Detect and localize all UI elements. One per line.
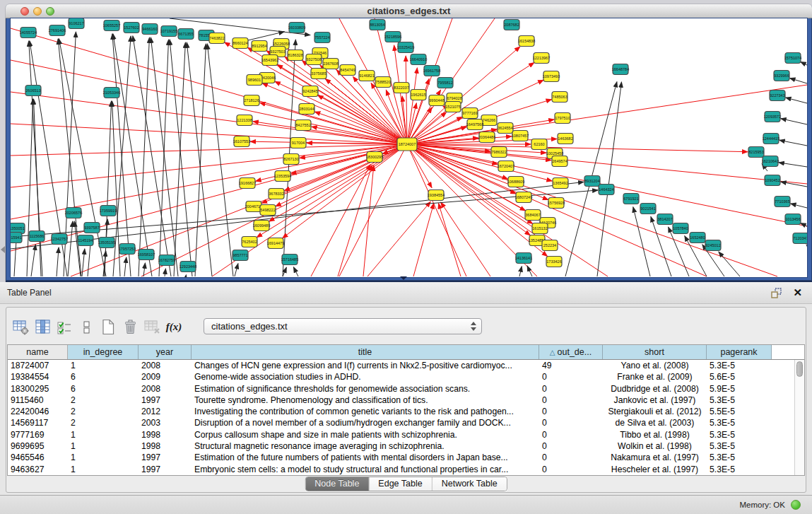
- table-row[interactable]: 946554611997Estimation of the future num…: [8, 452, 804, 463]
- table-row[interactable]: 1872400712008Changes of HCN gene express…: [8, 360, 804, 371]
- table-row[interactable]: 1456911722003Disruption of a novel membe…: [8, 417, 804, 428]
- graph-node-label: 10325419: [397, 45, 414, 49]
- graph-edge: [669, 227, 689, 276]
- table-cell: Corpus callosum shape and size in male p…: [192, 429, 539, 440]
- graph-node-label: 917004: [292, 141, 305, 145]
- table-cell: 5.3E-5: [707, 440, 772, 452]
- sort-ascending-icon: △: [550, 349, 555, 356]
- graph-node-label: 9857771: [233, 253, 247, 257]
- graph-node-label: 14136141: [515, 256, 532, 260]
- table-row[interactable]: 977716911998Corpus callosum shape and si…: [8, 429, 804, 440]
- graph-node-label: 8454749: [340, 68, 355, 72]
- table-body: 1872400712008Changes of HCN gene express…: [8, 360, 804, 475]
- table-cell: 0: [539, 440, 603, 452]
- network-canvas[interactable]: 1872400714055724276914069106217106552571…: [11, 18, 807, 277]
- graph-node-label: 2087682: [504, 23, 519, 27]
- graph-node-label: 9397587: [84, 226, 99, 230]
- table-cell: 5.5E-5: [707, 406, 772, 417]
- table-row[interactable]: 1830029562008Estimation of significance …: [8, 383, 804, 395]
- graph-node-label: 3678332: [269, 192, 283, 196]
- table-row[interactable]: 969969511998Structural magnetic resonanc…: [8, 440, 804, 452]
- table-cell: Wolkin et al. (1998): [603, 440, 707, 452]
- graph-node-label: 9227343: [770, 93, 784, 98]
- function-builder-button[interactable]: f(x): [164, 316, 184, 337]
- table-row[interactable]: 2242004622012Investigating the contribut…: [8, 406, 804, 417]
- graph-node-label: 16961758: [423, 69, 440, 73]
- graph-node-label: 8186328: [288, 53, 302, 57]
- close-panel-icon[interactable]: ✕: [793, 286, 802, 299]
- table-cell: 0: [539, 464, 603, 475]
- graph-node-label: 1615132: [532, 226, 547, 230]
- graph-node-label: 7955812: [437, 81, 452, 85]
- graph-node-label: 10688609: [507, 180, 524, 184]
- graph-edge: [363, 165, 374, 276]
- table-mode-button[interactable]: [11, 316, 30, 337]
- show-column-button[interactable]: [33, 316, 52, 337]
- column-header-title[interactable]: title: [192, 345, 539, 359]
- graph-node-label: 12213967: [533, 56, 550, 60]
- graph-node-label: 7588520: [375, 80, 390, 84]
- table-row[interactable]: 946362711997Embryonic stem cells: a mode…: [8, 464, 804, 475]
- table-cell: 1998: [139, 440, 192, 452]
- table-scrollbar-thumb[interactable]: [796, 361, 803, 377]
- splitter-grip[interactable]: [400, 276, 407, 280]
- table-cell: 22420046: [8, 406, 68, 417]
- graph-node-label: 2606513: [25, 88, 40, 93]
- graph-node-label: 1221338: [237, 118, 252, 122]
- graph-edge: [159, 40, 169, 276]
- table-cell: 2008: [139, 383, 192, 395]
- graph-node-label: 12353594: [274, 174, 291, 178]
- graph-node-label: 19166827: [239, 181, 256, 185]
- column-header-pagerank[interactable]: pagerank: [707, 345, 772, 359]
- column-header-out_de[interactable]: △out_de...: [539, 345, 603, 359]
- table-cell: 2: [68, 406, 139, 417]
- column-header-name[interactable]: name: [8, 345, 68, 359]
- collapsed-panel-arrow[interactable]: [1, 246, 5, 253]
- graph-edge: [781, 119, 807, 124]
- tab-network-table[interactable]: Network Table: [432, 477, 507, 491]
- delete-table-button-disabled[interactable]: [142, 316, 162, 337]
- new-column-button[interactable]: [98, 316, 118, 337]
- graph-node-label: 8912954: [252, 44, 266, 48]
- status-bar: Memory: OK: [0, 495, 812, 514]
- graph-node-label: 9242845: [302, 89, 317, 93]
- table-scrollbar[interactable]: [794, 360, 804, 476]
- minimize-window-button[interactable]: [33, 7, 42, 16]
- memory-status-indicator[interactable]: [791, 500, 801, 510]
- table-cell: 0: [539, 429, 603, 440]
- tab-edge-table[interactable]: Edge Table: [368, 477, 431, 491]
- graph-node-label: 16782759: [158, 258, 175, 262]
- unselect-all-button[interactable]: [76, 316, 96, 337]
- graph-node-label: 7485063: [552, 95, 567, 99]
- graph-node-label: 9021541: [640, 206, 655, 211]
- graph-node-label: 989601: [248, 78, 261, 82]
- tab-node-table[interactable]: Node Table: [305, 477, 368, 491]
- table-row[interactable]: 911546021997Tourette syndrome. Phenomeno…: [8, 395, 804, 406]
- table-panel-header[interactable]: Table Panel ✕: [0, 282, 812, 304]
- delete-column-trash-button[interactable]: [120, 316, 140, 337]
- table-cell: Embryonic stem cells: a model to study s…: [192, 464, 539, 475]
- graph-edge: [170, 40, 192, 276]
- graph-node-label: 8660124: [233, 41, 247, 45]
- table-selector-dropdown[interactable]: citations_edges.txt: [204, 318, 482, 334]
- window-titlebar[interactable]: citations_edges.txt: [6, 4, 812, 18]
- table-cell: 18724007: [8, 360, 68, 371]
- graph-node-label: 1527602: [124, 25, 139, 30]
- select-all-button[interactable]: [54, 316, 74, 337]
- table-cell: 0: [539, 383, 603, 395]
- table-cell: 5.3E-5: [707, 417, 772, 428]
- graph-node-label: 9327503: [270, 49, 285, 54]
- column-header-year[interactable]: year: [139, 345, 192, 359]
- graph-node-label: 6671355: [178, 32, 193, 36]
- table-row[interactable]: 1938455462009Genome-wide association stu…: [8, 371, 804, 382]
- column-header-short[interactable]: short: [603, 345, 707, 359]
- table-cell: Structural magnetic resonance image aver…: [192, 440, 539, 452]
- close-window-button[interactable]: [20, 7, 29, 16]
- table-cell: de Silva et al. (2003): [603, 417, 707, 428]
- zoom-window-button[interactable]: [46, 7, 54, 16]
- float-panel-icon[interactable]: [771, 288, 782, 298]
- column-header-in_degree[interactable]: in_degree: [68, 345, 139, 359]
- graph-node-label: 10719155: [160, 29, 177, 33]
- graph-edge: [339, 144, 407, 276]
- table-cell: 1998: [139, 429, 192, 440]
